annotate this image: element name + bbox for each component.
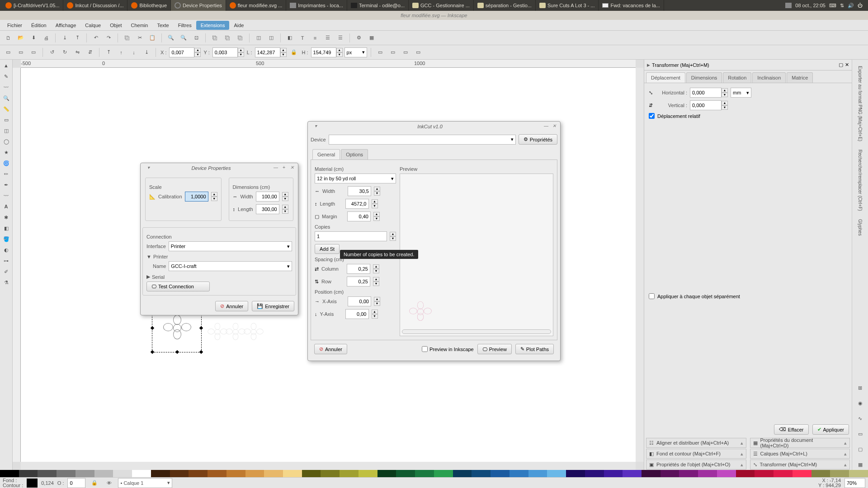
color-swatch[interactable] <box>283 470 302 477</box>
printer-name-select[interactable]: GCC-I-craft▾ <box>169 261 292 271</box>
collapsed-fill[interactable]: ◧Fond et contour (Maj+Ctrl+F)▴ <box>646 449 746 459</box>
color-palette[interactable] <box>0 470 868 477</box>
calibration-spin[interactable]: ▲▼ <box>211 192 217 201</box>
y-spin[interactable]: ▲▼ <box>238 48 244 57</box>
relative-checkbox[interactable] <box>649 113 655 119</box>
clear-button[interactable]: ⌫Effacer <box>774 424 809 435</box>
group-icon[interactable]: ◫ <box>253 33 264 43</box>
tray-power-icon[interactable]: ⏻ <box>858 3 863 8</box>
tab-general[interactable]: General <box>312 149 340 160</box>
menu-chemin[interactable]: Chemin <box>126 21 152 30</box>
deselect-icon[interactable]: ▭ <box>28 47 39 58</box>
zoom-input[interactable] <box>844 478 865 488</box>
task-item[interactable]: GCC - Gestionnaire ... <box>409 0 474 11</box>
horizontal-input[interactable] <box>690 88 722 98</box>
lower-bottom-icon[interactable]: ⤓ <box>141 47 152 58</box>
x-spin[interactable]: ▲▼ <box>194 48 201 57</box>
collapsed-transform[interactable]: ⤡Transformer (Maj+Ctrl+M)▴ <box>750 460 850 469</box>
opacity-input[interactable] <box>67 478 85 488</box>
x-spin[interactable]: ▲▼ <box>374 297 380 306</box>
color-swatch[interactable] <box>170 470 189 477</box>
rect-tool-icon[interactable]: ▭ <box>1 115 12 125</box>
color-swatch[interactable] <box>830 470 849 477</box>
layer-select[interactable]: • Calque 1▾ <box>118 478 172 488</box>
pencil-tool-icon[interactable]: ✏ <box>1 169 12 179</box>
task-item[interactable]: Sure Cuts A Lot 3 - ... <box>536 0 599 11</box>
tray-printer-icon[interactable] <box>785 3 792 8</box>
v-spin[interactable]: ▲▼ <box>722 101 728 110</box>
color-swatch[interactable] <box>755 470 774 477</box>
stroke-swatch[interactable] <box>27 479 38 488</box>
tab-matrice[interactable]: Matrice <box>787 72 813 83</box>
color-swatch[interactable] <box>377 470 396 477</box>
zoom-fit-icon[interactable]: ⊡ <box>191 33 202 43</box>
preferences-icon[interactable]: ⚙ <box>354 33 364 43</box>
vertical-input[interactable] <box>690 100 722 110</box>
rotate-cw-icon[interactable]: ↻ <box>59 47 70 58</box>
collapsed-docprops[interactable]: ▦Propriétés du document (Maj+Ctrl+D)▴ <box>750 438 850 448</box>
star-tool-icon[interactable]: ★ <box>1 147 12 157</box>
close-panel-icon[interactable]: ✕ <box>845 62 849 68</box>
test-connection-button[interactable]: 🖵Test Connection <box>146 282 210 291</box>
preview-scrollbar[interactable] <box>402 329 551 334</box>
task-item[interactable]: séparation - Gestio... <box>474 0 536 11</box>
tray-network-icon[interactable]: ⇅ <box>840 3 844 9</box>
minimize-icon[interactable]: — <box>273 165 279 171</box>
color-swatch[interactable] <box>604 470 623 477</box>
tab-inclinaison[interactable]: Inclinaison <box>752 72 786 83</box>
menu-calque[interactable]: Calque <box>80 21 105 30</box>
affect-gradient-icon[interactable]: ▭ <box>413 47 424 58</box>
color-swatch[interactable] <box>113 470 132 477</box>
doc-properties-icon[interactable]: ▦ <box>366 33 377 43</box>
snap-node-icon[interactable]: ◉ <box>855 398 866 408</box>
affect-scale-icon[interactable]: ▭ <box>387 47 398 58</box>
pen-tool-icon[interactable]: ✒ <box>1 180 12 190</box>
color-swatch[interactable] <box>94 470 113 477</box>
color-swatch[interactable] <box>528 470 547 477</box>
color-swatch[interactable] <box>736 470 755 477</box>
mat-width-input[interactable] <box>348 186 371 196</box>
lower-icon[interactable]: ↓ <box>128 47 139 58</box>
length-spin[interactable]: ▲▼ <box>282 205 288 214</box>
find-replace-tab[interactable]: Rechercher/remplacer (Ctrl+F) <box>858 148 863 213</box>
color-swatch[interactable] <box>793 470 811 477</box>
color-swatch[interactable] <box>415 470 434 477</box>
dialog-menu-icon[interactable]: ▾ <box>145 165 151 171</box>
color-swatch[interactable] <box>849 470 868 477</box>
task-item[interactable]: Bibliotheque <box>127 0 171 11</box>
width-input[interactable] <box>256 192 279 202</box>
duplicate-icon[interactable]: ⿻ <box>209 33 220 43</box>
align-icon[interactable]: ☰ <box>322 33 333 43</box>
collapsed-align[interactable]: ☷Aligner et distribuer (Maj+Ctrl+A)▴ <box>646 438 746 448</box>
h-spin[interactable]: ▲▼ <box>336 48 343 57</box>
units-select[interactable]: px▾ <box>344 47 367 57</box>
zoom-tool-icon[interactable]: 🔍 <box>1 93 12 103</box>
task-item[interactable]: Inkcut / Discussion /... <box>63 0 127 11</box>
task-item[interactable]: Fwd: vacances de la... <box>599 0 664 11</box>
h-spin[interactable]: ▲▼ <box>722 88 728 97</box>
menu-edition[interactable]: Édition <box>27 21 51 30</box>
save-icon[interactable]: ⬇ <box>28 33 39 43</box>
apply-button[interactable]: ✔Appliquer <box>812 424 849 435</box>
color-swatch[interactable] <box>208 470 226 477</box>
color-swatch[interactable] <box>340 470 359 477</box>
eraser-tool-icon[interactable]: ◧ <box>1 223 12 233</box>
color-swatch[interactable] <box>434 470 453 477</box>
column-input[interactable] <box>347 264 370 274</box>
snap-path-icon[interactable]: ∿ <box>855 413 866 424</box>
undo-icon[interactable]: ↶ <box>90 33 101 43</box>
serial-expander[interactable]: ▶Serial <box>146 274 292 280</box>
snap-icon[interactable]: ⊞ <box>855 382 866 393</box>
snap-bbox-icon[interactable]: ▭ <box>855 428 866 439</box>
measure-tool-icon[interactable]: 📏 <box>1 104 12 114</box>
collapsed-layers[interactable]: ☰Calques (Maj+Ctrl+L)▴ <box>750 449 850 459</box>
menu-fichier[interactable]: Fichier <box>3 21 27 30</box>
color-swatch[interactable] <box>623 470 642 477</box>
color-swatch[interactable] <box>811 470 830 477</box>
affect-move-icon[interactable]: ▭ <box>375 47 386 58</box>
margin-spin[interactable]: ▲▼ <box>373 212 380 221</box>
dock-icon[interactable]: ▢ <box>839 62 843 68</box>
glyphs-tab[interactable]: Glyphes <box>858 217 863 238</box>
menu-aide[interactable]: Aide <box>229 21 248 30</box>
w-input[interactable] <box>255 47 280 57</box>
